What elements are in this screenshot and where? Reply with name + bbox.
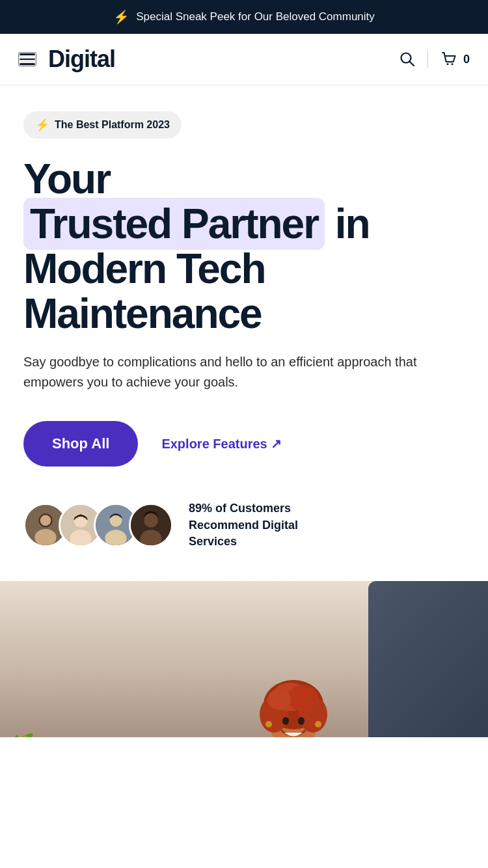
award-badge: ⚡ The Best Platform 2023 [23,111,182,139]
explore-features-button[interactable]: Explore Features ↗ [161,436,282,452]
search-button[interactable] [399,51,416,68]
menu-button[interactable] [18,52,36,66]
cart-count: 0 [463,53,470,66]
announcement-banner: ⚡ Special Sneak Peek for Our Beloved Com… [0,0,488,34]
badge-bolt-icon: ⚡ [35,118,49,132]
header-divider [427,50,428,68]
site-logo: Digital [48,46,115,73]
svg-point-8 [40,515,51,526]
svg-point-6 [34,529,56,545]
plant-decoration: 🌿 [3,733,35,737]
hero-title-line1: Your [23,156,110,202]
svg-point-30 [315,721,321,727]
svg-point-28 [298,717,305,725]
hero-title-in: in [325,200,370,247]
hero-title-line4: Maintenance [23,290,262,337]
cart-icon [440,50,458,68]
svg-point-25 [288,685,319,711]
avatar [129,503,173,547]
badge-text: The Best Platform 2023 [55,119,170,131]
cta-button-row: Shop All Explore Features ↗ [23,421,465,467]
avatar-stack [23,503,173,547]
social-proof-text: 89% of Customers Recommend Digital Servi… [189,500,332,550]
explore-label: Explore Features ↗ [161,436,282,452]
bolt-icon: ⚡ [113,9,129,25]
banner-text: Special Sneak Peek for Our Beloved Commu… [136,10,375,23]
hero-title: Your Trusted Partner in Modern Tech Main… [23,157,465,336]
search-icon [399,51,416,68]
shop-all-button[interactable]: Shop All [23,421,138,467]
hero-image-section: 🌿 [0,581,488,737]
hero-title-line3: Modern Tech [23,245,265,292]
cart-button[interactable]: 0 [440,50,470,68]
person-illustration [202,646,411,737]
svg-point-26 [267,689,291,710]
main-content: ⚡ The Best Platform 2023 Your Trusted Pa… [0,85,488,550]
svg-point-27 [282,717,289,725]
svg-point-2 [446,63,448,65]
social-proof-section: 89% of Customers Recommend Digital Servi… [23,500,465,550]
header-left: Digital [18,46,115,73]
svg-point-3 [451,63,453,65]
svg-point-16 [144,513,157,527]
hero-subtitle: Say goodbye to complications and hello t… [23,352,453,392]
hero-title-highlighted: Trusted Partner [23,198,325,250]
svg-point-29 [265,721,272,727]
site-header: Digital 0 [0,34,488,85]
svg-line-1 [409,62,414,66]
hero-image-background: 🌿 [0,581,488,737]
header-right: 0 [399,50,470,68]
